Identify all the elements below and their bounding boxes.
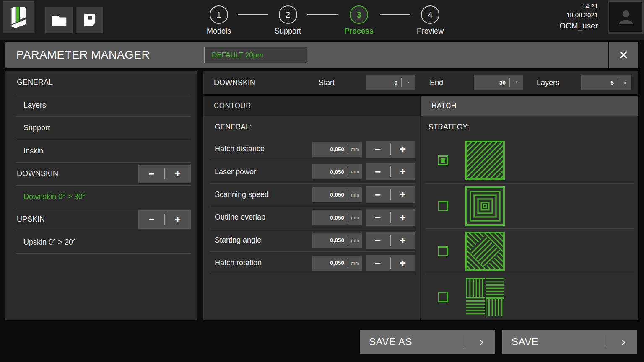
sidebar-item-support[interactable]: Support	[16, 117, 191, 140]
hatch-rotation-input[interactable]: 0,050 mm	[312, 256, 362, 271]
sidebar-item-downskin-range[interactable]: Downskin 0° > 30°	[16, 186, 191, 209]
chevron-right-icon: ›	[621, 330, 626, 353]
parameter-manager-screen: 1 Models 2 Support 3 Process 4 Preview 1…	[0, 0, 644, 362]
start-input[interactable]: 0 °	[366, 75, 415, 90]
minus-button[interactable]: −	[138, 165, 164, 183]
save-button[interactable]: SAVE ›	[502, 330, 637, 354]
strategy-checkbox[interactable]	[438, 246, 448, 256]
strategy-checkbox[interactable]	[438, 155, 448, 165]
step-connector	[307, 14, 338, 15]
step-models-label: Models	[207, 27, 231, 36]
step-process[interactable]: 3 Process	[344, 5, 374, 36]
sidebar-item-inskin[interactable]: Inskin	[16, 140, 191, 163]
sidebar-item-label: UPSKIN	[17, 215, 45, 224]
step-models[interactable]: 1 Models	[206, 5, 231, 36]
plus-button[interactable]: +	[165, 165, 191, 183]
dialog-header: PARAMETER MANAGER DEFAULT 20µm	[5, 42, 608, 68]
sidebar-item-layers[interactable]: Layers	[16, 94, 191, 117]
laser-power-input[interactable]: 0,050 mm	[312, 164, 362, 179]
open-file-button[interactable]	[45, 7, 73, 33]
param-unit: mm	[348, 169, 362, 174]
parameter-tree-sidebar: GENERAL Layers Support Inskin DOWNSKIN −…	[5, 71, 197, 320]
close-icon: ✕	[618, 48, 628, 62]
strategy-checkbox[interactable]	[438, 201, 448, 211]
save-file-button[interactable]	[76, 7, 103, 33]
wizard-steps: 1 Models 2 Support 3 Process 4 Preview	[206, 5, 444, 36]
plus-button[interactable]: +	[391, 255, 415, 272]
minus-button[interactable]: −	[366, 141, 390, 158]
layers-unit: x	[618, 80, 631, 85]
param-value: 0,050	[312, 169, 348, 175]
hatch-distance-input[interactable]: 0,050 mm	[312, 142, 362, 157]
close-button[interactable]: ✕	[609, 42, 638, 68]
strategy-checkbox[interactable]	[438, 292, 448, 302]
param-unit: mm	[348, 192, 362, 197]
floppy-save-icon	[80, 11, 99, 29]
end-unit: °	[510, 80, 523, 85]
step-support-label: Support	[275, 27, 301, 36]
app-logo[interactable]	[3, 1, 34, 33]
param-value: 0,050	[312, 191, 348, 198]
start-value: 0	[366, 80, 401, 86]
sidebar-item-downskin[interactable]: DOWNSKIN − +	[16, 163, 191, 186]
plus-button[interactable]: +	[391, 232, 415, 249]
sidebar-item-general[interactable]: GENERAL	[16, 71, 191, 94]
sidebar-item-label: Support	[23, 124, 50, 132]
start-unit: °	[402, 80, 415, 85]
step-process-label: Process	[344, 27, 374, 36]
sidebar-item-upskin-range[interactable]: Upskin 0° > 20°	[16, 231, 191, 254]
upskin-count-stepper: − +	[138, 210, 191, 229]
contour-hatch-tabs: CONTOUR HATCH	[203, 96, 638, 116]
strategy-option-concentric-squares[interactable]	[425, 184, 634, 229]
date-label: 18.08.2021	[559, 10, 598, 19]
param-row-scanning-speed: Scanning speed 0,050 mm − +	[210, 184, 415, 206]
plus-button[interactable]: +	[391, 163, 415, 180]
layers-input[interactable]: 5 x	[581, 75, 631, 90]
param-row-hatch-rotation: Hatch rotation 0,050 mm − +	[210, 252, 415, 274]
sidebar-item-label: Downskin 0° > 30°	[23, 192, 86, 201]
param-label: Scanning speed	[210, 190, 269, 199]
minus-button[interactable]: −	[366, 163, 390, 180]
plus-button[interactable]: +	[391, 141, 415, 158]
strategy-option-diagonal-stripes[interactable]	[425, 138, 634, 184]
param-row-outline-overlap: Outline overlap 0,050 mm − +	[210, 206, 415, 229]
param-row-laser-power: Laser power 0,050 mm − +	[210, 160, 415, 183]
step-preview[interactable]: 4 Preview	[417, 5, 444, 36]
minus-button[interactable]: −	[366, 255, 390, 272]
step-support[interactable]: 2 Support	[275, 5, 301, 36]
strategy-option-checkerboard-stripes[interactable]	[425, 274, 634, 320]
chevron-right-icon: ›	[479, 330, 483, 353]
step-process-number: 3	[350, 5, 368, 24]
minus-button[interactable]: −	[366, 186, 390, 203]
param-value: 0,050	[312, 260, 348, 266]
strategy-option-diagonal-stripes-with-diamond-island[interactable]	[425, 229, 634, 274]
tab-contour[interactable]: CONTOUR	[203, 96, 420, 116]
hatch-distance-stepper: − +	[366, 141, 415, 158]
save-as-button[interactable]: SAVE AS ›	[360, 330, 495, 354]
scanning-speed-input[interactable]: 0,050 mm	[312, 187, 362, 202]
end-input[interactable]: 30 °	[474, 75, 523, 90]
strategy-pattern-diagonal-stripes	[465, 141, 505, 180]
clock-block: 14:21 18.08.2021 OCM_user	[559, 2, 598, 30]
person-icon	[616, 7, 636, 27]
username-label: OCM_user	[559, 21, 598, 30]
contour-panel: GENERAL: Hatch distance 0,050 mm − +	[203, 116, 420, 320]
tab-hatch[interactable]: HATCH	[421, 96, 638, 116]
param-unit: mm	[348, 215, 362, 220]
minus-button[interactable]: −	[138, 210, 164, 229]
plus-button[interactable]: +	[165, 210, 191, 229]
outline-overlap-input[interactable]: 0,050 mm	[312, 210, 362, 225]
plus-button[interactable]: +	[391, 186, 415, 203]
minus-button[interactable]: −	[366, 232, 390, 249]
end-label: End	[430, 71, 443, 94]
preset-selector[interactable]: DEFAULT 20µm	[204, 47, 307, 63]
time-label: 14:21	[559, 2, 598, 10]
app-logo-icon	[6, 5, 31, 30]
strategy-pattern-diamond-island	[465, 232, 505, 271]
hatch-panel: STRATEGY:	[421, 116, 638, 320]
starting-angle-input[interactable]: 0,050 mm	[312, 233, 362, 248]
plus-button[interactable]: +	[391, 209, 415, 226]
user-avatar[interactable]	[608, 0, 644, 34]
minus-button[interactable]: −	[366, 209, 390, 226]
sidebar-item-upskin[interactable]: UPSKIN − +	[16, 208, 191, 231]
